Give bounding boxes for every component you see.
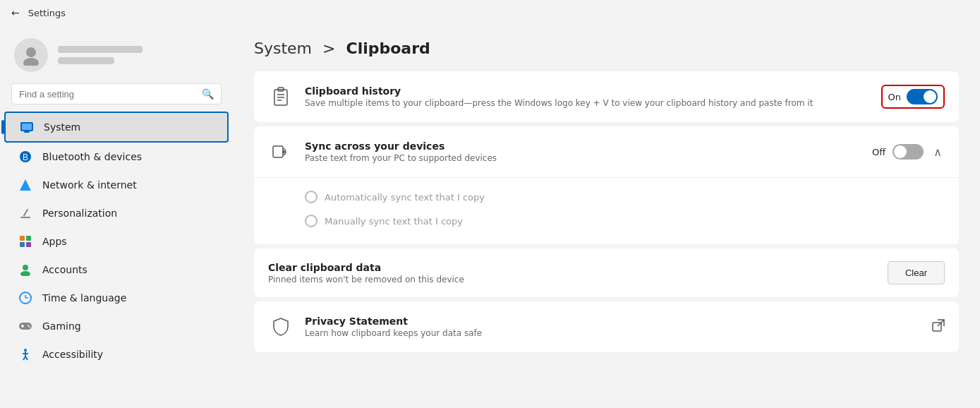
- sidebar-item-time[interactable]: Time & language: [4, 284, 229, 312]
- sidebar-item-accessibility[interactable]: Accessibility: [4, 340, 229, 368]
- privacy-icon: [268, 314, 294, 340]
- clear-card: Clear clipboard data Pinned items won't …: [254, 248, 959, 297]
- svg-point-1: [23, 58, 39, 66]
- user-section: [0, 31, 233, 83]
- privacy-control: [932, 319, 945, 335]
- bluetooth-icon: B: [18, 150, 32, 164]
- main-content: System > Clipboard Clipboard history: [233, 25, 980, 408]
- clear-control: Clear: [888, 261, 945, 284]
- breadcrumb-parent: System: [254, 40, 312, 57]
- svg-rect-12: [20, 242, 25, 247]
- app-title: Settings: [28, 8, 66, 18]
- personalization-icon: [18, 206, 32, 220]
- svg-text:B: B: [23, 152, 28, 162]
- sidebar-item-gaming[interactable]: Gaming: [4, 312, 229, 340]
- svg-point-14: [23, 265, 28, 270]
- search-icon: 🔍: [202, 88, 214, 100]
- svg-rect-21: [21, 325, 24, 327]
- sidebar-item-label-accounts: Accounts: [42, 264, 87, 275]
- clipboard-history-title: Clipboard history: [305, 85, 870, 97]
- nav-list: System B Bluetooth & devices: [0, 112, 233, 368]
- sidebar-item-personalization[interactable]: Personalization: [4, 199, 229, 227]
- clipboard-history-toggle[interactable]: [907, 89, 938, 104]
- accessibility-icon: [18, 347, 32, 361]
- sync-card: Sync across your devices Paste text from…: [254, 126, 959, 244]
- sidebar-item-label-apps: Apps: [42, 236, 67, 247]
- svg-point-22: [28, 325, 29, 326]
- sync-chevron[interactable]: ∧: [931, 145, 945, 159]
- clipboard-history-card: Clipboard history Save multiple items to…: [254, 71, 959, 122]
- search-box[interactable]: 🔍: [11, 83, 222, 104]
- clear-subtitle: Pinned items won't be removed on this de…: [268, 275, 876, 284]
- auto-sync-radio[interactable]: [305, 191, 317, 203]
- network-icon: [18, 178, 32, 192]
- svg-rect-4: [22, 124, 32, 130]
- sync-toggle-thumb: [894, 145, 907, 158]
- svg-marker-7: [20, 179, 31, 191]
- svg-rect-9: [23, 208, 29, 216]
- sync-icon: [268, 139, 294, 164]
- sidebar-item-label-personalization: Personalization: [42, 208, 117, 219]
- sidebar-item-bluetooth[interactable]: B Bluetooth & devices: [4, 143, 229, 171]
- title-bar: ← Settings: [0, 0, 980, 25]
- sync-title: Sync across your devices: [305, 140, 861, 152]
- auto-sync-option[interactable]: Automatically sync text that I copy: [305, 185, 945, 209]
- sidebar-item-network[interactable]: Network & internet: [4, 171, 229, 199]
- breadcrumb: System > Clipboard: [254, 40, 959, 57]
- svg-rect-8: [20, 217, 30, 218]
- clear-text: Clear clipboard data Pinned items won't …: [268, 262, 876, 284]
- gaming-icon: [18, 319, 32, 333]
- clipboard-toggle-highlight: On: [881, 85, 945, 109]
- user-name-placeholder: [58, 46, 143, 64]
- svg-rect-13: [26, 242, 31, 247]
- search-input[interactable]: [19, 89, 196, 100]
- svg-rect-3: [24, 131, 30, 133]
- manual-sync-option[interactable]: Manually sync text that I copy: [305, 209, 945, 233]
- sync-toggle[interactable]: [893, 144, 924, 160]
- sync-text: Sync across your devices Paste text from…: [305, 140, 861, 163]
- svg-point-24: [24, 349, 27, 352]
- clear-row: Clear clipboard data Pinned items won't …: [254, 248, 959, 297]
- svg-rect-10: [20, 236, 25, 241]
- accounts-icon: [18, 263, 32, 277]
- svg-line-28: [25, 356, 28, 360]
- clipboard-history-row: Clipboard history Save multiple items to…: [254, 71, 959, 122]
- external-link-icon[interactable]: [932, 319, 945, 335]
- svg-point-15: [20, 271, 30, 276]
- svg-point-23: [29, 326, 30, 328]
- sync-subtitle: Paste text from your PC to supported dev…: [305, 153, 861, 163]
- avatar: [14, 38, 48, 72]
- sidebar-item-apps[interactable]: Apps: [4, 227, 229, 256]
- back-button[interactable]: ←: [11, 7, 20, 18]
- system-icon: [20, 120, 34, 134]
- sidebar-item-label-time: Time & language: [42, 292, 126, 304]
- clipboard-history-control: On: [881, 85, 945, 109]
- clipboard-history-text: Clipboard history Save multiple items to…: [305, 85, 870, 108]
- auto-sync-label: Automatically sync text that I copy: [325, 192, 485, 203]
- sidebar-item-label-system: System: [44, 121, 80, 133]
- sidebar: 🔍 System: [0, 25, 233, 408]
- svg-rect-34: [273, 146, 283, 157]
- sidebar-item-label-bluetooth: Bluetooth & devices: [42, 151, 142, 162]
- sidebar-item-label-accessibility: Accessibility: [42, 349, 103, 360]
- clipboard-toggle-label: On: [888, 92, 901, 102]
- main-layout: 🔍 System: [0, 25, 980, 408]
- clipboard-history-subtitle: Save multiple items to your clipboard—pr…: [305, 98, 870, 108]
- clear-button[interactable]: Clear: [888, 261, 945, 284]
- clipboard-icon: [268, 84, 294, 109]
- privacy-row: Privacy Statement Learn how clipboard ke…: [254, 301, 959, 352]
- privacy-title: Privacy Statement: [305, 316, 921, 327]
- sync-sub-options: Automatically sync text that I copy Manu…: [254, 178, 959, 244]
- manual-sync-radio[interactable]: [305, 215, 317, 227]
- breadcrumb-separator: >: [322, 40, 335, 57]
- sidebar-item-accounts[interactable]: Accounts: [4, 256, 229, 284]
- sync-row: Sync across your devices Paste text from…: [254, 126, 959, 178]
- manual-sync-label: Manually sync text that I copy: [325, 216, 463, 227]
- sidebar-item-label-network: Network & internet: [42, 179, 137, 191]
- sync-control: Off ∧: [872, 144, 945, 160]
- sidebar-item-system[interactable]: System: [4, 112, 229, 143]
- privacy-card: Privacy Statement Learn how clipboard ke…: [254, 301, 959, 352]
- privacy-subtitle: Learn how clipboard keeps your data safe: [305, 328, 921, 338]
- privacy-text: Privacy Statement Learn how clipboard ke…: [305, 316, 921, 338]
- breadcrumb-current: Clipboard: [346, 40, 430, 57]
